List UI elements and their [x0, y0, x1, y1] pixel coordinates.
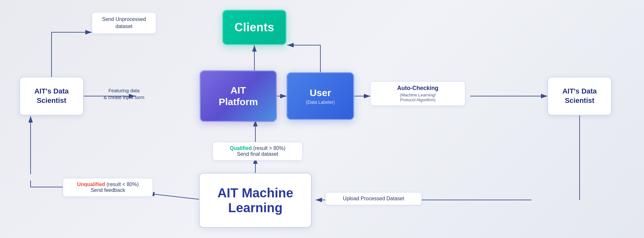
- ds-right-label: AIT's DataScientist: [563, 87, 597, 105]
- ds-left-label: AIT's DataScientist: [34, 87, 69, 105]
- user-label: User: [310, 87, 331, 98]
- ds-right-box: AIT's DataScientist: [547, 77, 612, 115]
- featuring-label: Featuring data& create input form: [93, 87, 155, 101]
- user-sublabel: (Data Labeler): [306, 100, 335, 105]
- unqualified-text: Unqualified (result < 80%) Send feedback: [69, 182, 147, 193]
- ait-platform-box: AITPlatform: [200, 70, 277, 122]
- diagram: Clients AITPlatform User (Data Labeler) …: [0, 0, 644, 238]
- unqualified-condition: (result < 80%): [107, 182, 139, 187]
- send-unprocessed-label: Send Unprocesseddataset: [92, 12, 156, 34]
- ml-label: AIT MachineLearning: [217, 185, 293, 215]
- qualified-keyword: Qualified: [230, 145, 252, 151]
- clients-label: Clients: [234, 21, 274, 34]
- qualified-condition: (result > 80%): [253, 145, 285, 151]
- auto-checking-box: Auto-Checking (Machine Learning/Protocol…: [370, 81, 465, 106]
- ait-ml-box: AIT MachineLearning: [199, 173, 312, 228]
- qualified-action: Send final dataset: [237, 151, 278, 157]
- auto-check-title: Auto-Checking: [376, 85, 460, 92]
- user-box: User (Data Labeler): [287, 72, 354, 120]
- unqualified-box: Unqualified (result < 80%) Send feedback: [63, 178, 153, 197]
- unqualified-keyword: Unqualified: [77, 182, 105, 187]
- featuring-text: Featuring data& create input form: [104, 88, 145, 100]
- auto-check-sub: (Machine Learning/Protocol Algorithm): [376, 93, 460, 102]
- ds-left-box: AIT's DataScientist: [19, 77, 84, 115]
- upload-processed-text: Upload Processed Dataset: [343, 196, 404, 201]
- qualified-box: Qualified (result > 80%) Send final data…: [213, 142, 303, 161]
- clients-box: Clients: [222, 10, 287, 45]
- unqualified-action: Send feedback: [91, 187, 125, 193]
- upload-processed-box: Upload Processed Dataset: [325, 192, 422, 205]
- qualified-text: Qualified (result > 80%) Send final data…: [219, 145, 297, 157]
- send-unprocessed-text: Send Unprocesseddataset: [102, 16, 146, 29]
- platform-label: AITPlatform: [219, 84, 258, 108]
